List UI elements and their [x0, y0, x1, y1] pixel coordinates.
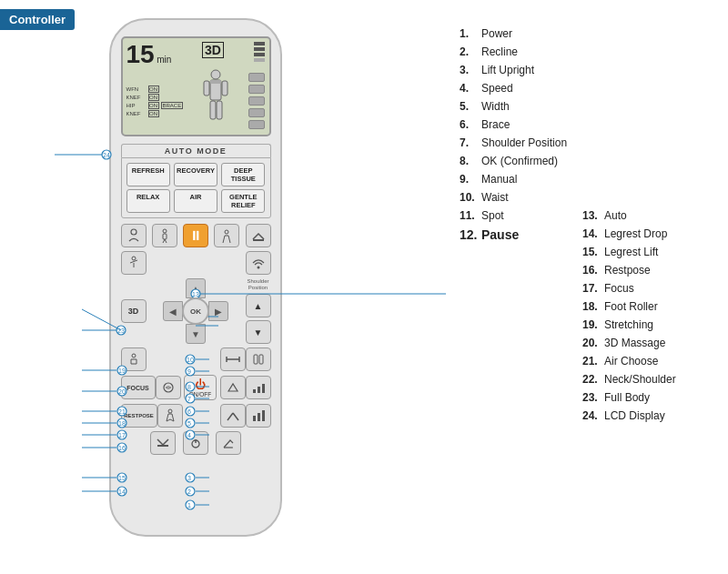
item-label-13: Auto [604, 209, 627, 222]
svg-point-14 [132, 257, 136, 260]
item-label-11: Spot [481, 209, 504, 222]
item-label-9: Manual [481, 173, 517, 186]
item-num-9: 9. [460, 173, 478, 186]
shoulder-down-button[interactable]: ▼ [246, 320, 271, 344]
item-num-5: 5. [460, 100, 478, 113]
item-num-17: 17. [582, 282, 601, 295]
power-button[interactable] [183, 431, 208, 455]
recovery-button[interactable]: RECOVERY [174, 163, 217, 186]
item-num-24: 24. [582, 409, 601, 422]
brace-button[interactable] [246, 347, 271, 371]
svg-rect-9 [163, 234, 167, 239]
item-num-10: 10. [460, 191, 478, 204]
deep-tissue-button[interactable]: DEEP TISSUE [221, 163, 265, 186]
svg-point-0 [211, 70, 220, 79]
item-num-3: 3. [460, 64, 478, 76]
pause-button[interactable]: ⏸ [183, 224, 208, 247]
speed-button[interactable] [220, 376, 246, 399]
item-label-16: Restpose [604, 264, 651, 277]
focus-button[interactable]: FOCUS [121, 376, 156, 399]
svg-rect-21 [259, 355, 263, 364]
item-label-14: Legrest Drop [604, 227, 667, 240]
item-label-15: Legrest Lift [604, 246, 658, 258]
legrest-drop-button[interactable] [150, 431, 176, 455]
item-label-6: Brace [481, 118, 510, 131]
lcd-human-figure [193, 69, 238, 133]
svg-point-8 [163, 229, 167, 233]
3d-massage-button[interactable]: 3D [121, 299, 147, 323]
item-label-19: Stretching [604, 318, 653, 331]
refresh-button[interactable]: REFRESH [126, 163, 170, 186]
auto-mode-label: AUTO MODE [121, 144, 271, 157]
stretching-button[interactable] [121, 251, 147, 275]
svg-point-15 [257, 267, 259, 269]
width-button[interactable] [220, 347, 246, 371]
wifi-button[interactable] [246, 251, 271, 275]
neck-shoulder-button[interactable] [121, 224, 147, 247]
controls-area: ⏸ [121, 224, 271, 455]
lcd-settings: WFN ON KNEF ON HIP ON BRACE [126, 86, 184, 117]
lcd-min: min [157, 55, 171, 65]
svg-rect-5 [217, 101, 222, 119]
svg-rect-30 [157, 445, 168, 447]
svg-rect-4 [210, 101, 216, 119]
controller-label: Controller [0, 9, 75, 30]
item-label-22: Neck/Shoulder [604, 373, 676, 386]
svg-rect-29 [262, 410, 265, 421]
item-num-18: 18. [582, 300, 601, 313]
item-label-10: Waist [481, 191, 509, 204]
svg-rect-3 [222, 81, 228, 96]
dpad-down[interactable]: ▼ [186, 324, 206, 344]
lift-upright-button[interactable] [216, 431, 241, 455]
remote-control: 15 min 3D WFN ON [91, 9, 300, 555]
svg-point-16 [132, 354, 136, 357]
svg-point-7 [131, 229, 136, 235]
svg-rect-25 [262, 384, 265, 393]
air-choose-button[interactable] [121, 347, 147, 371]
svg-rect-2 [204, 81, 209, 96]
dpad-left[interactable]: ◀ [163, 301, 183, 321]
item-label-18: Foot Roller [604, 300, 658, 313]
svg-point-12 [225, 230, 228, 234]
item-num-16: 16. [582, 264, 601, 277]
lift-recline-button[interactable] [220, 404, 246, 428]
ok-button[interactable]: OK [182, 297, 209, 325]
item-num-1: 1. [460, 27, 478, 40]
air-button[interactable]: AIR [174, 189, 217, 213]
item-label-4: Speed [481, 82, 513, 95]
relax-button[interactable]: RELAX [126, 189, 170, 213]
lcd-number: 15 [126, 40, 155, 68]
dpad-right[interactable]: ▶ [208, 301, 228, 321]
onoff-button[interactable]: ⏻ ON/OFF [184, 375, 217, 400]
item-num-22: 22. [582, 373, 601, 386]
svg-line-11 [165, 239, 167, 243]
dpad-up[interactable]: ▲ [186, 278, 206, 298]
recline-button[interactable] [157, 404, 183, 428]
svg-rect-28 [258, 413, 260, 421]
button-r1[interactable] [214, 224, 239, 247]
item-num-21: 21. [582, 355, 601, 368]
item-num-11: 11. [460, 209, 478, 222]
dpad: ▲ ◀ OK ▶ ▼ [163, 278, 228, 344]
item-num-13: 13. [582, 209, 601, 222]
gentle-relief-button[interactable]: GENTLE RELIEF [221, 189, 265, 213]
full-body-button[interactable] [152, 224, 177, 247]
item-num-14: 14. [582, 227, 601, 240]
numbered-list: 1.Power 2.Recline 3.Lift Upright 4.Speed… [460, 27, 719, 428]
item-label-1: Power [481, 27, 512, 40]
restpose-button[interactable]: RESTPOSE [121, 404, 157, 428]
item-label-24: LCD Display [604, 409, 665, 422]
item-num-20: 20. [582, 337, 601, 349]
svg-rect-6 [210, 80, 221, 84]
item-label-17: Focus [604, 282, 634, 295]
legrest-lift-button[interactable] [246, 224, 271, 247]
remote-body: 15 min 3D WFN ON [109, 18, 282, 537]
manual-button[interactable] [246, 404, 271, 428]
item-label-7: Shoulder Position [481, 136, 567, 149]
item-num-2: 2. [460, 45, 478, 58]
foot-roller-button[interactable] [156, 376, 181, 399]
shoulder-up-button[interactable]: ▲ [246, 294, 271, 317]
strength-button[interactable] [246, 376, 271, 399]
item-label-8: OK (Confirmed) [481, 155, 558, 167]
item-label-3: Lift Upright [481, 64, 534, 76]
